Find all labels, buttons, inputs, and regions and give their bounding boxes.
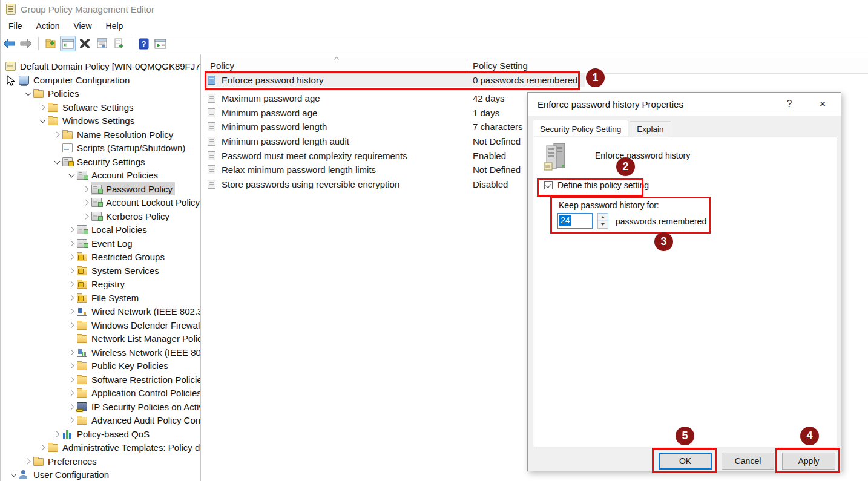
folder-lock-icon <box>77 295 87 303</box>
chevron-right-icon[interactable] <box>66 318 77 332</box>
chevron-down-icon[interactable] <box>51 155 62 168</box>
chevron-right-icon[interactable] <box>22 454 33 468</box>
tree-item-system-services[interactable]: System Services <box>1 264 201 277</box>
properties-dialog: Enforce password history Properties ? × … <box>527 92 841 471</box>
tree-item-name-resolution-policy[interactable]: Name Resolution Policy <box>1 128 201 141</box>
back-icon[interactable] <box>1 36 17 51</box>
chevron-right-icon[interactable] <box>51 128 62 141</box>
chevron-right-icon[interactable] <box>66 345 77 359</box>
cancel-button[interactable]: Cancel <box>722 453 774 470</box>
close-icon[interactable]: × <box>807 93 838 116</box>
tree-item-local-policies[interactable]: Local Policies <box>1 223 201 236</box>
chevron-right-icon[interactable] <box>66 264 77 277</box>
tree-item-policies[interactable]: Policies <box>1 87 201 100</box>
tree-item-account-lockout-policy[interactable]: Account Lockout Policy <box>1 195 201 209</box>
export-list-icon[interactable] <box>111 36 127 51</box>
chevron-right-icon[interactable] <box>66 250 77 263</box>
tree-item-administrative-templates[interactable]: Administrative Templates: Policy de <box>1 440 201 454</box>
tree-item-preferences[interactable]: Preferences <box>1 454 201 468</box>
menu-view[interactable]: View <box>67 19 97 33</box>
window-titlebar: Group Policy Management Editor <box>1 0 868 18</box>
tree-item-event-log[interactable]: Event Log <box>1 237 201 250</box>
tree-item-restricted-groups[interactable]: Restricted Groups <box>1 250 201 263</box>
tab-security-policy-setting[interactable]: Security Policy Setting <box>533 120 628 136</box>
help-icon[interactable]: ? <box>136 36 151 51</box>
chevron-right-icon[interactable] <box>37 440 48 454</box>
menu-action[interactable]: Action <box>30 19 66 33</box>
properties-icon[interactable] <box>94 36 110 51</box>
chevron-right-icon[interactable] <box>66 386 77 399</box>
tree-item-user-configuration[interactable]: User Configuration <box>1 468 201 481</box>
folder-icon <box>48 104 58 112</box>
tree-item-root[interactable]: Default Domain Policy [WIN-0QMQGK89FJ7.R <box>1 59 201 73</box>
dialog-help-button[interactable]: ? <box>777 93 801 116</box>
chevron-right-icon[interactable] <box>81 209 91 223</box>
menu-file[interactable]: File <box>2 19 28 33</box>
tree-item-ip-security-policies[interactable]: IP Security Policies on Active <box>1 400 201 413</box>
wired-network-icon <box>77 307 87 316</box>
column-header-policy-setting[interactable]: Policy Setting <box>473 61 528 71</box>
chevron-down-icon[interactable] <box>8 468 19 481</box>
chevron-right-icon[interactable] <box>66 413 77 427</box>
annotation-box-step2 <box>537 178 643 197</box>
tree-item-policy-based-qos[interactable]: Policy-based QoS <box>1 427 201 440</box>
annotation-step-5: 5 <box>676 427 694 445</box>
chevron-right-icon[interactable] <box>66 304 77 318</box>
chevron-right-icon[interactable] <box>66 373 77 386</box>
chevron-down-icon[interactable] <box>22 87 33 100</box>
tab-explain[interactable]: Explain <box>630 121 671 137</box>
folder-lock-icon <box>77 267 87 275</box>
tree-item-file-system[interactable]: File System <box>1 291 201 304</box>
tree-item-windows-defender-firewall[interactable]: Windows Defender Firewall <box>1 318 201 332</box>
console-tree-icon[interactable] <box>60 36 76 51</box>
forward-icon[interactable] <box>18 36 34 51</box>
chevron-right-icon[interactable] <box>66 400 77 413</box>
chevron-right-icon[interactable] <box>81 195 91 209</box>
chevron-right-icon[interactable] <box>81 182 91 195</box>
column-divider[interactable] <box>467 59 467 73</box>
tree-item-scripts[interactable]: Scripts (Startup/Shutdown) <box>1 141 201 154</box>
column-header-policy[interactable]: Policy <box>210 61 234 71</box>
chevron-right-icon[interactable] <box>66 237 77 250</box>
folder-icon <box>62 131 73 139</box>
tree-item-advanced-audit-policy[interactable]: Advanced Audit Policy Conf <box>1 413 201 427</box>
svg-text:?: ? <box>141 39 146 48</box>
annotation-step-1: 1 <box>586 68 605 87</box>
tree-item-public-key-policies[interactable]: Public Key Policies <box>1 359 201 372</box>
policy-group-icon <box>77 239 87 248</box>
chevron-down-icon[interactable] <box>66 168 77 182</box>
tree-item-computer-configuration[interactable]: Computer Configuration <box>1 73 201 87</box>
chevron-right-icon[interactable] <box>51 427 62 440</box>
chevron-right-icon[interactable] <box>66 277 77 290</box>
tree-item-windows-settings[interactable]: Windows Settings <box>1 114 201 127</box>
show-window-icon[interactable] <box>153 36 168 51</box>
folder-icon <box>77 376 87 384</box>
policy-doc-icon <box>208 165 215 174</box>
folder-icon <box>77 335 87 343</box>
tree-item-wired-network[interactable]: Wired Network (IEEE 802.3) <box>1 304 201 318</box>
tree-item-application-control-policies[interactable]: Application Control Policies <box>1 386 201 399</box>
policy-doc-icon <box>208 94 215 103</box>
chevron-right-icon[interactable] <box>66 359 77 372</box>
context-folder-icon[interactable] <box>43 36 59 51</box>
tree-item-password-policy[interactable]: Password Policy <box>1 182 201 195</box>
chevron-right-icon[interactable] <box>37 100 48 114</box>
toolbar-separator <box>38 37 39 50</box>
folder-icon <box>48 117 58 125</box>
chevron-down-icon[interactable] <box>37 114 48 127</box>
policy-doc-icon <box>208 137 215 146</box>
chevron-right-icon[interactable] <box>66 291 77 304</box>
delete-icon[interactable] <box>77 36 93 51</box>
tree-item-account-policies[interactable]: Account Policies <box>1 168 201 182</box>
policy-doc-icon <box>208 180 215 189</box>
tree-item-wireless-network[interactable]: Wireless Network (IEEE 802. <box>1 345 201 359</box>
tree-item-network-list-manager[interactable]: Network List Manager Polic <box>1 332 201 345</box>
tree-item-software-settings[interactable]: Software Settings <box>1 100 201 114</box>
tree-item-software-restriction-policies[interactable]: Software Restriction Policies <box>1 373 201 386</box>
chevron-right-icon[interactable] <box>66 223 77 236</box>
policy-doc-icon <box>208 108 215 117</box>
tree-item-registry[interactable]: Registry <box>1 277 201 290</box>
tree-item-security-settings[interactable]: Security Settings <box>1 155 201 168</box>
menu-help[interactable]: Help <box>100 19 130 33</box>
tree-item-kerberos-policy[interactable]: Kerberos Policy <box>1 209 201 223</box>
